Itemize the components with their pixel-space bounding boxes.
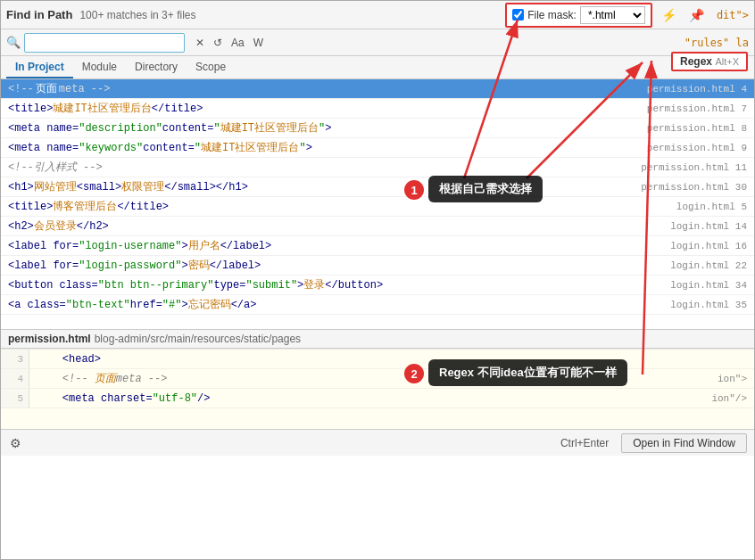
line-content: <!-- 页面meta --> (29, 369, 683, 388)
tabs-row: In Project Module Directory Scope (1, 56, 754, 79)
line-content: <head> (29, 350, 683, 368)
table-row[interactable]: <button class="btn btn--primary" type="s… (1, 276, 754, 295)
result-content: <label for="login-password">密码</label> (1, 256, 611, 275)
result-file: login.html 22 (611, 256, 754, 275)
undo-search-button[interactable]: ↺ (210, 36, 226, 50)
search-input-box: [\u4e00-\u9fa5] (24, 33, 185, 53)
table-row[interactable]: <h2>会员登录</h2> login.html 14 (1, 217, 754, 236)
shortcut-label: Ctrl+Enter (553, 435, 616, 451)
open-find-window-button[interactable]: Open in Find Window (621, 433, 747, 453)
result-file: permission.html 30 (611, 177, 754, 196)
settings-button[interactable]: ⚙ (8, 434, 23, 452)
file-path-rest: blog-admin/src/main/resources/static/pag… (95, 333, 301, 345)
result-content: <h1>网站管理<small>权限管理</small></h1> (1, 177, 611, 196)
tab-directory[interactable]: Directory (126, 57, 187, 78)
line-suffix: ion"> (683, 369, 754, 388)
result-file: login.html 35 (611, 295, 754, 314)
table-row[interactable]: <title>城建IT社区管理后台</title> permission.htm… (1, 99, 754, 119)
bottom-bar: ⚙ Ctrl+Enter Open in Find Window (1, 429, 754, 456)
result-file: permission.html 4 (611, 79, 754, 98)
table-row[interactable]: <!-- 页面 meta --> permission.html 4 (1, 79, 754, 99)
result-file: permission.html 9 (611, 138, 754, 157)
code-hint: dit"> (717, 9, 749, 21)
result-content: <meta name="description" content="城建IT社区… (1, 119, 611, 137)
line-suffix: ion"/> (683, 389, 754, 408)
result-content: <!-- 页面 meta --> (1, 79, 611, 98)
table-row[interactable]: <a class="btn-text" href="#">忘记密码</a> lo… (1, 295, 754, 315)
file-path-bar: permission.html blog-admin/src/main/reso… (1, 329, 754, 349)
toolbar: Find in Path 100+ matches in 3+ files Fi… (1, 1, 754, 29)
table-row[interactable]: <label for="login-username">用户名</label> … (1, 236, 754, 256)
search-actions: ✕ ↺ Aa W (192, 36, 267, 50)
file-path-name: permission.html (8, 333, 91, 345)
search-input[interactable]: [\u4e00-\u9fa5] (29, 37, 162, 49)
case-sensitive-button[interactable]: Aa (228, 36, 248, 50)
result-content: <title>博客管理后台</title> (1, 197, 611, 216)
tab-module[interactable]: Module (73, 57, 126, 78)
line-number: 3 (1, 350, 29, 368)
code-preview-row: 3 <head> (1, 350, 754, 369)
result-file: permission.html 7 (611, 99, 754, 118)
result-content: <!--引入样式 --> (1, 158, 611, 177)
result-content: <title>城建IT社区管理后台</title> (1, 99, 611, 118)
result-file: login.html 16 (611, 236, 754, 255)
code-preview-row: 5 <meta charset="utf-8"/> ion"/> (1, 389, 754, 408)
tab-scope[interactable]: Scope (187, 57, 235, 78)
table-row[interactable]: <!--引入样式 --> permission.html 11 (1, 158, 754, 177)
file-mask-checkbox[interactable] (512, 9, 524, 21)
table-row[interactable]: <meta name="keywords" content="城建IT社区管理后… (1, 138, 754, 158)
table-row[interactable]: <label for="login-password">密码</label> l… (1, 256, 754, 276)
line-suffix (683, 350, 754, 368)
file-mask-label: File mask: (527, 9, 577, 21)
result-content: <h2>会员登录</h2> (1, 217, 611, 235)
table-row[interactable]: <h1>网站管理<small>权限管理</small></h1> permiss… (1, 177, 754, 197)
match-count: 100+ matches in 3+ files (79, 9, 195, 21)
line-content: <meta charset="utf-8"/> (29, 389, 683, 408)
title-area: Find in Path 100+ matches in 3+ files (6, 8, 195, 21)
file-mask-select[interactable]: *.html (580, 6, 645, 24)
filter-button[interactable]: ⚡ (658, 6, 680, 24)
result-file: login.html 14 (611, 217, 754, 235)
result-file: login.html 34 (611, 276, 754, 294)
pin-button[interactable]: 📌 (685, 6, 708, 24)
clear-search-button[interactable]: ✕ (192, 36, 208, 50)
code-preview: 3 <head> 4 <!-- 页面meta --> ion"> 5 <meta… (1, 349, 754, 429)
result-content: <meta name="keywords" content="城建IT社区管理后… (1, 138, 611, 157)
whole-word-button[interactable]: W (250, 36, 267, 50)
result-file: permission.html 8 (611, 119, 754, 137)
find-in-path-panel: Find in Path 100+ matches in 3+ files Fi… (0, 0, 755, 560)
search-row: 🔍 [\u4e00-\u9fa5] ✕ ↺ Aa W "rules" la (1, 29, 754, 56)
file-mask-area: File mask: *.html (505, 3, 652, 28)
tab-in-project[interactable]: In Project (6, 57, 73, 78)
regex-button[interactable]: Regex Alt+X (671, 52, 748, 71)
search-icon: 🔍 (6, 36, 21, 49)
result-file: permission.html 11 (611, 158, 754, 177)
line-number: 4 (1, 369, 29, 388)
result-content: <a class="btn-text" href="#">忘记密码</a> (1, 295, 611, 314)
result-file: login.html 5 (611, 197, 754, 216)
panel-title: Find in Path (6, 8, 72, 21)
table-row[interactable]: <meta name="description" content="城建IT社区… (1, 119, 754, 138)
line-number: 5 (1, 389, 29, 408)
results-area[interactable]: <!-- 页面 meta --> permission.html 4 <titl… (1, 79, 754, 329)
code-preview-row: 4 <!-- 页面meta --> ion"> (1, 369, 754, 389)
table-row[interactable]: <title>博客管理后台</title> login.html 5 (1, 197, 754, 217)
code-hint-2: "rules" la (684, 37, 749, 49)
result-content: <label for="login-username">用户名</label> (1, 236, 611, 255)
result-content: <button class="btn btn--primary" type="s… (1, 276, 611, 294)
